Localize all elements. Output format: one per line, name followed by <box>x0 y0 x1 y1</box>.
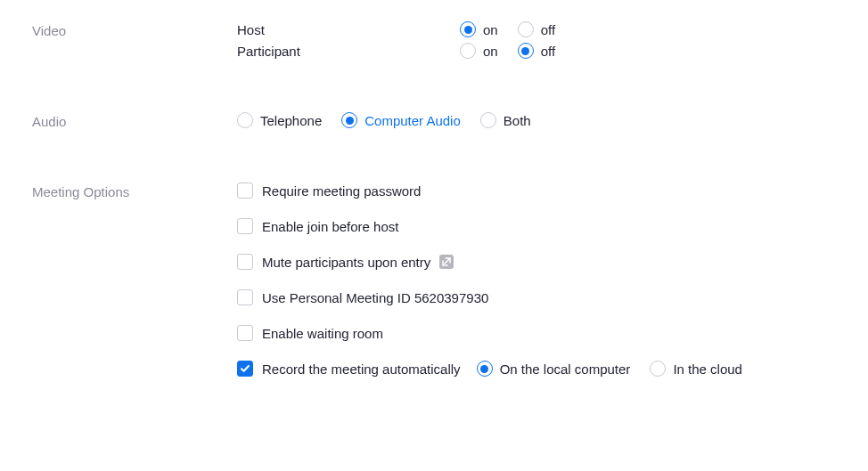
join-before-host-row: Enable join before host <box>237 218 836 234</box>
audio-section-body: Telephone Computer Audio Both <box>237 112 836 128</box>
require-password-row: Require meeting password <box>237 183 836 199</box>
radio-label: In the cloud <box>673 361 742 377</box>
require-password-checkbox[interactable] <box>237 183 253 199</box>
video-host-on-option[interactable]: on <box>460 21 498 37</box>
audio-section-label: Audio <box>32 112 237 129</box>
radio-icon <box>477 361 493 377</box>
radio-label: Telephone <box>260 113 322 128</box>
audio-section: Audio Telephone Computer Audio Both <box>32 112 836 129</box>
video-host-radio-group: on off <box>460 21 555 37</box>
use-pmi-checkbox[interactable] <box>237 289 253 305</box>
require-password-label: Require meeting password <box>262 183 421 199</box>
auto-record-label: Record the meeting automatically <box>262 361 461 377</box>
radio-icon <box>518 21 534 37</box>
auto-record-cloud-option[interactable]: In the cloud <box>650 361 742 377</box>
video-participant-radio-group: on off <box>460 43 555 59</box>
radio-label: Computer Audio <box>364 113 461 128</box>
auto-record-local-option[interactable]: On the local computer <box>477 361 631 377</box>
video-host-label: Host <box>237 22 460 37</box>
video-participant-row: Participant on off <box>237 43 836 59</box>
radio-icon <box>341 112 357 128</box>
use-pmi-row: Use Personal Meeting ID 5620397930 <box>237 289 836 305</box>
radio-label: off <box>541 44 555 59</box>
video-participant-on-option[interactable]: on <box>460 43 498 59</box>
video-participant-off-option[interactable]: off <box>518 43 555 59</box>
mute-on-entry-row: Mute participants upon entry <box>237 254 836 270</box>
auto-record-checkbox[interactable] <box>237 361 253 377</box>
radio-label: off <box>541 22 555 37</box>
radio-label: Both <box>504 113 531 128</box>
radio-icon <box>480 112 496 128</box>
radio-icon <box>518 43 534 59</box>
join-before-host-label: Enable join before host <box>262 219 398 234</box>
audio-both-option[interactable]: Both <box>480 112 531 128</box>
auto-record-location-group: On the local computer In the cloud <box>477 361 742 377</box>
audio-computer-option[interactable]: Computer Audio <box>341 112 461 128</box>
video-section-label: Video <box>32 21 237 38</box>
join-before-host-checkbox[interactable] <box>237 218 253 234</box>
radio-label: On the local computer <box>500 361 631 377</box>
audio-radio-group: Telephone Computer Audio Both <box>237 112 836 128</box>
meeting-options-section: Meeting Options Require meeting password… <box>32 183 836 377</box>
video-section: Video Host on off Participant on <box>32 21 836 59</box>
use-pmi-label: Use Personal Meeting ID 5620397930 <box>262 290 488 305</box>
mute-on-entry-checkbox[interactable] <box>237 254 253 270</box>
help-icon[interactable] <box>439 255 454 269</box>
video-host-row: Host on off <box>237 21 836 37</box>
meeting-options-body: Require meeting password Enable join bef… <box>237 183 836 377</box>
radio-icon <box>460 21 476 37</box>
video-section-body: Host on off Participant on <box>237 21 836 59</box>
video-host-off-option[interactable]: off <box>518 21 555 37</box>
audio-telephone-option[interactable]: Telephone <box>237 112 322 128</box>
radio-label: on <box>483 22 498 37</box>
auto-record-row: Record the meeting automatically On the … <box>237 361 836 377</box>
waiting-room-checkbox[interactable] <box>237 325 253 341</box>
waiting-room-label: Enable waiting room <box>262 326 383 341</box>
radio-icon <box>460 43 476 59</box>
radio-icon <box>650 361 666 377</box>
waiting-room-row: Enable waiting room <box>237 325 836 341</box>
mute-on-entry-label: Mute participants upon entry <box>262 255 430 270</box>
meeting-options-section-label: Meeting Options <box>32 183 237 199</box>
radio-icon <box>237 112 253 128</box>
video-participant-label: Participant <box>237 44 460 59</box>
radio-label: on <box>483 44 498 59</box>
